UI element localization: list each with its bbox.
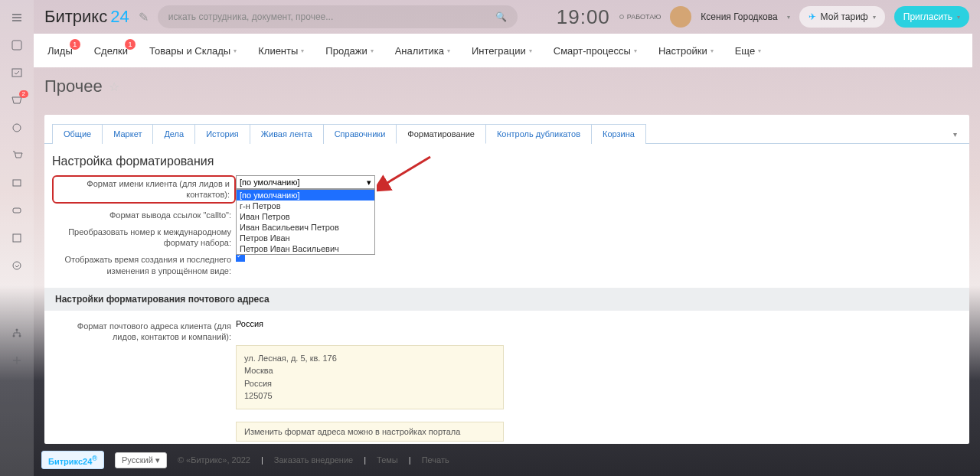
tab-7[interactable]: Контроль дубликатов xyxy=(485,124,592,144)
tariff-icon: ✈ xyxy=(808,11,816,22)
topbar: Битрикс 24 ✎ искать сотрудника, документ… xyxy=(34,0,980,34)
callto-label: Формат вывода ссылок "callto": xyxy=(52,208,236,220)
user-name[interactable]: Ксения Городкова xyxy=(701,11,777,22)
footer: Битрикс24® Русский ▾ © «Битрикс», 2022 |… xyxy=(41,448,969,471)
rail-icon-7[interactable] xyxy=(10,259,24,272)
brand-24: 24 xyxy=(110,7,129,27)
rail-icon-3[interactable] xyxy=(10,121,24,135)
tabs: ОбщиеМаркетДелаИсторияЖивая лентаСправоч… xyxy=(44,124,969,144)
search-placeholder: искать сотрудника, документ, прочее... xyxy=(168,11,334,22)
rail-icon-plus[interactable] xyxy=(10,354,24,367)
nav-item-9[interactable]: Еще▾ xyxy=(735,45,761,57)
name-option-3[interactable]: Иван Васильевич Петров xyxy=(237,222,374,233)
menu-icon[interactable] xyxy=(10,11,24,24)
brand-logo[interactable]: Битрикс 24 xyxy=(44,7,129,27)
tab-1[interactable]: Маркет xyxy=(102,124,153,144)
nav-item-2[interactable]: Товары и Склады▾ xyxy=(149,45,237,57)
name-option-5[interactable]: Петров Иван Васильевич xyxy=(237,243,374,254)
global-search[interactable]: искать сотрудника, документ, прочее... 🔍 xyxy=(158,5,518,28)
svg-rect-4 xyxy=(13,208,21,213)
search-icon: 🔍 xyxy=(495,11,507,22)
rail-icon-crm[interactable]: 2 xyxy=(10,93,24,107)
address-hint: Изменить формат адреса можно в настройка… xyxy=(236,422,504,442)
invite-button[interactable]: Пригласить▾ xyxy=(894,6,969,28)
nav-item-8[interactable]: Настройки▾ xyxy=(658,45,714,57)
section-title: Настройка форматирования xyxy=(44,144,969,173)
content-panel: ОбщиеМаркетДелаИсторияЖивая лентаСправоч… xyxy=(44,115,969,444)
svg-rect-3 xyxy=(13,180,21,186)
tariff-button[interactable]: ✈Мой тариф▾ xyxy=(799,6,885,28)
rail-icon-sitemap[interactable] xyxy=(10,326,24,340)
select-caret-icon: ▾ xyxy=(367,178,371,187)
main-nav: Лиды1Сделки1Товары и Склады▾Клиенты▾Прод… xyxy=(34,34,972,67)
tab-4[interactable]: Живая лента xyxy=(250,124,324,144)
rail-icon-4[interactable] xyxy=(10,176,24,190)
mail-section-header: Настройки форматирования почтового адрес… xyxy=(44,288,969,311)
intl-label: Преобразовать номер к международному фор… xyxy=(52,225,236,249)
tab-8[interactable]: Корзина xyxy=(591,124,646,144)
work-status[interactable]: РАБОТАЮ xyxy=(619,13,662,21)
language-select[interactable]: Русский ▾ xyxy=(115,452,167,468)
footer-logo[interactable]: Битрикс24® xyxy=(41,451,104,470)
left-rail: 2 xyxy=(0,0,34,476)
footer-link-themes[interactable]: Темы xyxy=(377,455,398,465)
simplified-label: Отображать время создания и последнего и… xyxy=(52,253,236,276)
tabs-more-icon[interactable]: ▾ xyxy=(953,130,957,139)
rail-icon-1[interactable] xyxy=(10,38,24,52)
name-format-select[interactable]: [по умолчанию]▾ [по умолчанию]г-н Петров… xyxy=(236,175,375,189)
avatar[interactable] xyxy=(670,6,691,28)
favorite-star-icon[interactable]: ☆ xyxy=(109,80,119,94)
nav-item-1[interactable]: Сделки1 xyxy=(94,45,128,57)
svg-point-2 xyxy=(13,124,21,132)
footer-link-print[interactable]: Печать xyxy=(422,455,449,465)
tab-3[interactable]: История xyxy=(194,124,250,144)
page-title: Прочее ☆ xyxy=(44,77,119,96)
address-preview: ул. Лесная, д. 5, кв. 176МоскваРоссия125… xyxy=(236,345,504,409)
clock[interactable]: 19:00 xyxy=(557,5,610,29)
nav-item-6[interactable]: Интеграции▾ xyxy=(472,45,532,57)
name-format-label: Формат имени клиента (для лидов и контак… xyxy=(52,175,236,204)
nav-item-3[interactable]: Клиенты▾ xyxy=(258,45,304,57)
svg-point-6 xyxy=(13,262,21,269)
nav-item-0[interactable]: Лиды1 xyxy=(47,45,73,57)
nav-item-4[interactable]: Продажи▾ xyxy=(325,45,373,57)
svg-rect-0 xyxy=(12,41,21,50)
rail-icon-5[interactable] xyxy=(10,204,24,217)
nav-item-7[interactable]: Смарт-процессы▾ xyxy=(554,45,637,57)
user-caret-icon[interactable]: ▾ xyxy=(787,14,790,21)
rail-icon-6[interactable] xyxy=(10,231,24,245)
brand-text: Битрикс xyxy=(44,7,107,27)
mail-format-value: Россия xyxy=(236,319,962,328)
tab-2[interactable]: Дела xyxy=(152,124,195,144)
name-format-dropdown: [по умолчанию]г-н ПетровИван ПетровИван … xyxy=(236,189,375,255)
name-option-4[interactable]: Петров Иван xyxy=(237,233,374,243)
rail-icon-cart[interactable] xyxy=(10,148,24,162)
rail-badge: 2 xyxy=(19,90,28,98)
name-option-2[interactable]: Иван Петров xyxy=(237,211,374,222)
tab-6[interactable]: Форматирование xyxy=(396,124,486,144)
name-option-0[interactable]: [по умолчанию] xyxy=(237,190,374,201)
svg-rect-1 xyxy=(12,69,21,77)
tab-0[interactable]: Общие xyxy=(52,124,103,144)
edit-title-icon[interactable]: ✎ xyxy=(139,10,149,24)
footer-link-order[interactable]: Заказать внедрение xyxy=(274,455,353,465)
rail-icon-2[interactable] xyxy=(10,66,24,80)
mail-format-label: Формат почтового адреса клиента (для лид… xyxy=(52,319,236,343)
nav-item-5[interactable]: Аналитика▾ xyxy=(395,45,450,57)
svg-rect-5 xyxy=(13,234,21,242)
copyright: © «Битрикс», 2022 xyxy=(178,455,250,465)
tab-5[interactable]: Справочники xyxy=(323,124,397,144)
name-option-1[interactable]: г-н Петров xyxy=(237,201,374,211)
